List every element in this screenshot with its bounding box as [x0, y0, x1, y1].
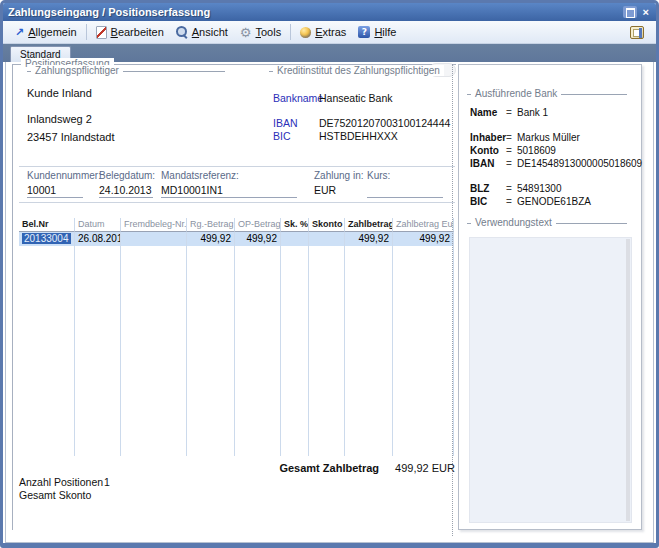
bank-inhaber-row: Inhaber = Markus Müller [470, 132, 580, 143]
group-title: Ausführende Bank [471, 88, 561, 99]
table-header-row: Bel.Nr Datum Fremdbeleg-Nr. Rg.-Betrag O… [19, 218, 455, 232]
group-title: Verwendungstext [471, 217, 556, 228]
verwendungstext-textarea[interactable] [469, 237, 632, 523]
equals-separator: = [506, 145, 517, 156]
belegdatum-field[interactable]: Belegdatum: 24.10.2013 [99, 170, 153, 198]
kundennummer-field[interactable]: Kundennummer: 10001 [27, 170, 83, 198]
field-label: Kurs: [367, 170, 443, 181]
column-header[interactable]: Skonto [309, 218, 345, 232]
kurs-field[interactable]: Kurs: [367, 170, 443, 198]
group-title: Kreditinstitut des Zahlungspflichtigen [273, 65, 444, 76]
sk-prozent-cell[interactable] [281, 232, 309, 246]
close-icon[interactable]: × [641, 6, 651, 18]
menu-ansicht[interactable]: Ansicht [170, 22, 234, 42]
field-label: Zahlung in: [314, 170, 360, 181]
belnr-value[interactable]: 20133004 [22, 233, 71, 244]
title-bar[interactable]: Zahlungseingang / Positionserfassung × [3, 3, 656, 21]
toolbar-separator [290, 24, 291, 40]
table-empty-area [19, 246, 455, 456]
row-label: Konto [470, 145, 506, 156]
menu-label: Tools [256, 26, 282, 38]
content-area: Positionserfassung Zahlungspflichtiger K… [5, 62, 654, 543]
bank-name-row: Name = Bank 1 [470, 107, 548, 118]
row-value: GENODE61BZA [517, 196, 591, 207]
row-value: Bank 1 [517, 107, 548, 118]
row-label: BLZ [470, 183, 506, 194]
column-header[interactable]: Zahlbetrag [345, 218, 393, 232]
fremdbeleg-cell[interactable] [121, 232, 187, 246]
column-header[interactable]: Sk. % [281, 218, 309, 232]
magnifier-icon [176, 26, 188, 38]
toolbar-separator [86, 24, 87, 40]
payer-street: Inlandsweg 2 [27, 113, 92, 125]
menu-allgemein[interactable]: Allgemein [9, 22, 83, 42]
row-value: 5018609 [517, 145, 556, 156]
menu-label: Extras [315, 26, 346, 38]
column-header[interactable]: Datum [75, 218, 121, 232]
row-label: IBAN [470, 158, 506, 169]
ausfuehrende-bank-group: Ausführende Bank [467, 94, 627, 95]
zahlbetrag-cell[interactable]: 499,92 [345, 232, 393, 246]
field-value[interactable]: EUR [314, 184, 360, 198]
total-row: Gesamt Zahlbetrag 499,92 EUR [19, 462, 455, 474]
menu-extras[interactable]: Extras [294, 22, 352, 42]
zahlbetrag-euro-cell[interactable]: 499,92 [393, 232, 454, 246]
datum-cell[interactable]: 26.08.2013 [75, 232, 121, 246]
menu-tools[interactable]: Tools [234, 22, 287, 42]
row-label: Inhaber [470, 132, 506, 143]
textarea-scrollbar[interactable] [626, 239, 630, 521]
count-value: 1 [104, 476, 110, 488]
bic-label: BIC [273, 130, 291, 142]
mandatsreferenz-field[interactable]: Mandatsreferenz: MD10001IN1 [161, 170, 297, 198]
zahlung-in-field[interactable]: Zahlung in: EUR [314, 170, 360, 198]
menu-bearbeiten[interactable]: Bearbeiten [90, 22, 170, 42]
gear-icon [240, 26, 252, 39]
app-window: Zahlungseingang / Positionserfassung × A… [0, 0, 659, 548]
row-label: Name [470, 107, 506, 118]
total-value: 499,92 EUR [395, 462, 455, 474]
save-icon [630, 26, 644, 39]
count-label: Anzahl Positionen [19, 476, 103, 488]
field-value[interactable]: 24.10.2013 [99, 184, 153, 198]
field-label: Belegdatum: [99, 170, 153, 181]
field-value[interactable] [367, 184, 443, 198]
op-betrag-cell[interactable]: 499,92 [235, 232, 281, 246]
table-row[interactable]: 20133004▼ 26.08.2013 499,92 499,92 499,9… [19, 232, 455, 246]
extras-sphere-icon [300, 27, 311, 38]
payer-city: 23457 Inlandstadt [27, 131, 114, 143]
field-value[interactable]: MD10001IN1 [161, 184, 297, 198]
save-button[interactable] [624, 22, 650, 42]
menu-hilfe[interactable]: Hilfe [352, 22, 402, 42]
column-header[interactable]: Fremdbeleg-Nr. [121, 218, 187, 232]
edit-note-icon [96, 26, 107, 39]
bic-value: HSTBDEHHXXX [319, 130, 398, 142]
row-label: BIC [470, 196, 506, 207]
skonto-cell[interactable] [309, 232, 345, 246]
payer-name: Kunde Inland [27, 87, 92, 99]
field-label: Mandatsreferenz: [161, 170, 297, 181]
menu-label: Hilfe [374, 26, 396, 38]
field-value[interactable]: 10001 [27, 184, 83, 198]
positions-table: Bel.Nr Datum Fremdbeleg-Nr. Rg.-Betrag O… [19, 218, 455, 456]
bank-konto-row: Konto = 5018609 [470, 145, 556, 156]
equals-separator: = [506, 107, 517, 118]
row-value: Markus Müller [517, 132, 580, 143]
panel-splitter[interactable] [452, 64, 453, 536]
row-value: 54891300 [517, 183, 562, 194]
menu-label: Allgemein [28, 26, 76, 38]
rg-betrag-cell[interactable]: 499,92 [187, 232, 235, 246]
menu-label: Ansicht [192, 26, 228, 38]
zahlungspflichtiger-group: Zahlungspflichtiger [27, 71, 225, 72]
divider [19, 166, 455, 167]
column-header[interactable]: Bel.Nr [19, 218, 75, 232]
column-header[interactable]: Rg.-Betrag [187, 218, 235, 232]
restore-window-icon[interactable] [623, 6, 637, 18]
field-label: Kundennummer: [27, 170, 83, 181]
column-header[interactable]: OP-Betrag [235, 218, 281, 232]
bank-panel: Ausführende Bank Name = Bank 1 Inhaber =… [458, 64, 642, 530]
bank-blz-row: BLZ = 54891300 [470, 183, 562, 194]
skonto-label: Gesamt Skonto [19, 489, 91, 501]
belnr-cell[interactable]: 20133004▼ [19, 232, 75, 246]
column-header[interactable]: Zahlbetrag Euro [393, 218, 454, 232]
kreditinstitut-group: Kreditinstitut des Zahlungspflichtigen [269, 71, 423, 72]
